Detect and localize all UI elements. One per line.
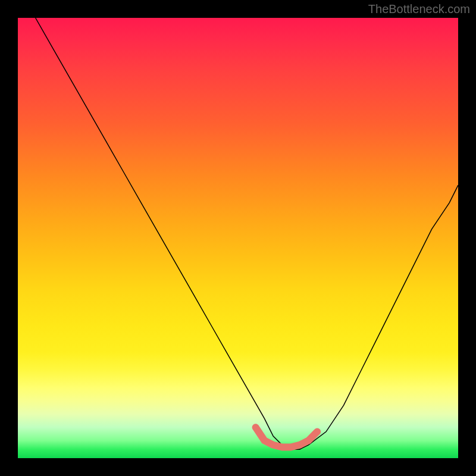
- chart-svg: [18, 18, 458, 458]
- optimal-zone-highlight: [256, 427, 318, 447]
- watermark-text: TheBottleneck.com: [368, 2, 470, 16]
- bottleneck-curve-line: [36, 18, 458, 449]
- chart-plot-area: [18, 18, 458, 458]
